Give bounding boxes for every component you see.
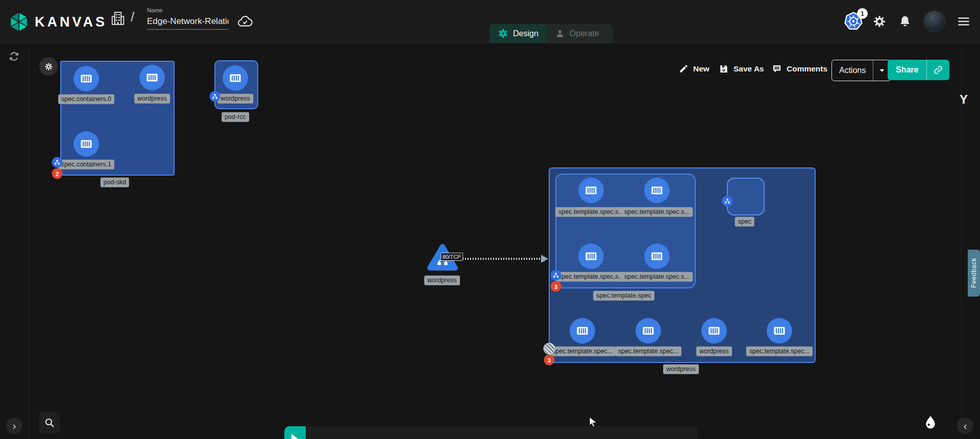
kubernetes-context-button[interactable]: 1 xyxy=(843,11,864,32)
right-rail-logo-glyph: Y xyxy=(960,92,968,107)
save-as-label: Save As xyxy=(733,64,764,74)
breadcrumb-slash: / xyxy=(131,9,134,25)
tab-operate-label: Operate xyxy=(570,29,599,38)
node-label: spec.template.spec... xyxy=(549,347,616,356)
node-label: spec xyxy=(735,217,754,227)
group-label: spec.template.spec xyxy=(593,291,654,301)
node-label: spec.template.spec... xyxy=(746,347,813,356)
service-edge[interactable] xyxy=(457,258,542,260)
kanvas-app: KANVAS / Name Design Operate 1 xyxy=(0,0,980,439)
node-label: spec.template.spec.s... xyxy=(621,207,693,217)
design-name-field: Name xyxy=(147,7,233,30)
pod-kind-badge[interactable] xyxy=(722,196,733,207)
new-label: New xyxy=(693,64,709,74)
deployment-kind-badge[interactable] xyxy=(544,343,555,355)
group-label: pod-rcc xyxy=(222,112,249,122)
magnifier-icon xyxy=(43,417,56,429)
ink-drop-icon[interactable] xyxy=(922,414,939,431)
feedback-tab[interactable]: Feedback xyxy=(968,250,980,297)
edge-port-label: 80/TCP xyxy=(440,253,463,261)
node-label: spec.containers.1 xyxy=(58,160,114,169)
button-divider xyxy=(873,60,873,81)
container-node[interactable] xyxy=(570,318,595,344)
avatar[interactable] xyxy=(924,11,945,32)
design-name-label: Name xyxy=(147,7,233,13)
edge-arrowhead-icon xyxy=(541,255,548,263)
container-node[interactable] xyxy=(74,131,99,157)
design-canvas[interactable]: › spec.containers.0 wordpress spec.conta… xyxy=(0,43,980,439)
node-label: spec.template.spec... xyxy=(615,347,681,356)
node-label: wordpress xyxy=(134,94,170,104)
error-count-badge[interactable]: 2 xyxy=(52,168,63,179)
container-node[interactable] xyxy=(767,318,792,344)
group-label: wordpress xyxy=(663,364,699,374)
expand-left-panel-chevron[interactable]: › xyxy=(6,418,22,434)
bell-icon[interactable] xyxy=(898,15,912,28)
collapse-right-panel-chevron[interactable]: ‹ xyxy=(957,418,973,434)
flower-asterisk-icon xyxy=(44,62,54,71)
container-node[interactable] xyxy=(644,243,670,269)
container-node[interactable] xyxy=(139,65,165,90)
save-as-button[interactable]: Save As xyxy=(719,64,764,74)
node-label: wordpress xyxy=(217,94,253,104)
container-node[interactable] xyxy=(701,318,727,344)
context-count-badge: 1 xyxy=(857,8,868,19)
mode-tabs: Design Operate xyxy=(489,24,613,43)
node-label: spec.containers.0 xyxy=(58,94,114,104)
spec-node[interactable] xyxy=(727,178,765,215)
group-spec-template-spec[interactable] xyxy=(555,174,696,288)
share-label: Share xyxy=(896,65,918,75)
brand[interactable]: KANVAS xyxy=(8,11,107,33)
design-flower-icon xyxy=(498,28,508,39)
sync-history-icon[interactable] xyxy=(8,51,20,62)
organization-building-icon[interactable] xyxy=(110,10,126,27)
comment-icon xyxy=(772,64,782,74)
cloud-saved-icon xyxy=(237,13,253,30)
gear-icon[interactable] xyxy=(873,15,886,28)
share-button[interactable]: Share xyxy=(888,60,949,80)
hamburger-menu-icon[interactable] xyxy=(957,14,971,29)
top-bar: KANVAS / Name Design Operate 1 xyxy=(0,0,980,43)
new-button[interactable]: New xyxy=(679,64,709,74)
comments-button[interactable]: Comments xyxy=(772,64,827,74)
design-name-input[interactable] xyxy=(147,13,229,30)
floppy-icon xyxy=(719,64,729,74)
group-actions-button[interactable] xyxy=(39,57,58,76)
group-label: pod-skd xyxy=(101,178,129,187)
container-node[interactable] xyxy=(635,318,661,344)
actions-label: Actions xyxy=(839,66,866,75)
tool-select[interactable] xyxy=(284,426,306,439)
actions-label-cell[interactable]: Actions xyxy=(832,60,873,81)
copy-link-cell[interactable] xyxy=(927,60,949,80)
brand-wordmark: KANVAS xyxy=(35,14,107,30)
node-label: spec.template.spec.s... xyxy=(555,272,627,282)
container-node[interactable] xyxy=(578,243,604,269)
link-icon xyxy=(933,65,943,75)
pod-kind-badge[interactable] xyxy=(210,91,220,102)
actions-dropdown-button[interactable]: Actions xyxy=(831,60,891,81)
caret-down-icon xyxy=(877,66,887,75)
tab-operate[interactable]: Operate xyxy=(547,24,607,43)
zoom-search-button[interactable] xyxy=(39,412,60,433)
container-node[interactable] xyxy=(223,65,248,91)
pod-kind-badge[interactable] xyxy=(551,270,561,281)
cursor-icon xyxy=(289,433,301,439)
pencil-icon xyxy=(679,64,689,74)
node-label: spec.template.spec.s... xyxy=(555,207,627,217)
kanvas-logo-icon xyxy=(8,11,30,33)
error-count-badge[interactable]: 3 xyxy=(551,281,561,292)
share-label-cell[interactable]: Share xyxy=(888,60,926,80)
container-node[interactable] xyxy=(578,178,604,203)
container-node[interactable] xyxy=(644,178,670,203)
tab-design[interactable]: Design xyxy=(489,24,547,43)
bottom-toolbar xyxy=(306,426,698,439)
tab-design-label: Design xyxy=(513,29,538,38)
node-label: wordpress xyxy=(424,276,460,285)
left-rail-divider xyxy=(29,43,29,439)
pod-kind-badge[interactable] xyxy=(52,157,63,168)
comments-label: Comments xyxy=(787,64,827,74)
container-node[interactable] xyxy=(74,66,99,91)
header-right-icons: 1 xyxy=(843,0,980,43)
error-count-badge[interactable]: 3 xyxy=(544,355,555,365)
node-label: spec.template.spec.s... xyxy=(621,272,693,282)
